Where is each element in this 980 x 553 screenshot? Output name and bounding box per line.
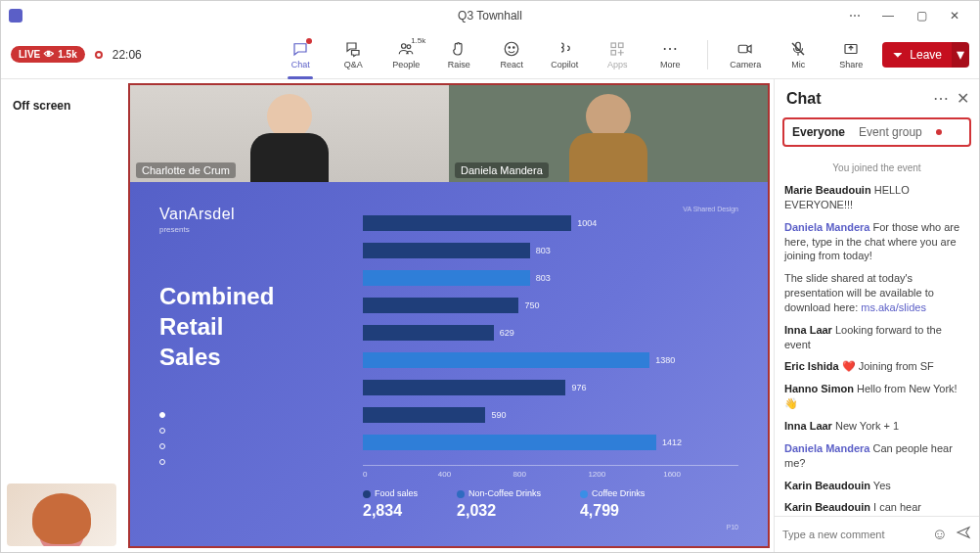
raise-tool[interactable]: Raise xyxy=(437,40,480,69)
maximize-button[interactable]: ▢ xyxy=(905,9,938,23)
chat-messages[interactable]: You joined the event Marie Beaudouin HEL… xyxy=(775,151,979,516)
close-window-button[interactable]: ✕ xyxy=(938,9,971,23)
slide-corner: VA Shared Design xyxy=(363,206,738,212)
tab-unread-dot xyxy=(936,129,942,135)
meeting-toolbar: LIVE 👁 1.5k 22:06 Chat Q&A 1.5k People R… xyxy=(1,30,979,79)
share-tool[interactable]: Share xyxy=(829,40,872,69)
apps-icon xyxy=(608,40,626,58)
slide-brand: VanArsdel xyxy=(159,206,335,223)
self-view[interactable] xyxy=(7,484,116,546)
raise-hand-icon xyxy=(450,40,468,58)
window-title: Q3 Townhall xyxy=(0,9,980,23)
chat-message: Daniela Mandera For those who are here, … xyxy=(784,220,969,264)
chat-title: Chat xyxy=(786,90,933,108)
hangup-icon: ⏷ xyxy=(892,48,904,62)
copilot-icon xyxy=(556,40,573,58)
titlebar: Q3 Townhall ⋯ — ▢ ✕ xyxy=(1,1,979,30)
chart-bars: 100480380375062913809765901412 xyxy=(363,212,738,459)
emoji-icon[interactable]: ☺ xyxy=(932,526,948,543)
more-tool[interactable]: ⋯ More xyxy=(648,40,691,69)
chat-message: Daniela Mandera Can people hear me? xyxy=(784,441,969,471)
chat-message: The slide shared at today's presentation… xyxy=(784,271,969,315)
svg-point-4 xyxy=(513,46,515,48)
chat-message: Inna Laar New York + 1 xyxy=(784,419,969,434)
slide-headline: Combined Retail Sales xyxy=(159,281,335,373)
chat-message: Hanno Simon Hello from New York! 👋 xyxy=(784,382,969,411)
apps-tool[interactable]: Apps xyxy=(596,40,639,69)
leave-caret[interactable]: ▾ xyxy=(952,42,969,68)
stage: Charlotte de Crum Daniela Mandera VanArs… xyxy=(128,83,770,548)
teams-icon xyxy=(9,9,22,23)
system-message: You joined the event xyxy=(784,162,969,173)
copilot-tool[interactable]: Copilot xyxy=(543,40,586,69)
tab-event-group[interactable]: Event group xyxy=(859,125,922,139)
record-icon xyxy=(95,51,103,59)
people-tool[interactable]: 1.5k People xyxy=(384,40,427,69)
svg-rect-5 xyxy=(611,43,616,48)
react-icon xyxy=(503,40,520,58)
tab-everyone[interactable]: Everyone xyxy=(792,125,845,139)
svg-point-0 xyxy=(402,43,407,48)
chat-message: Marie Beaudouin HELLO EVERYONE!!! xyxy=(784,183,969,212)
chat-more-icon[interactable]: ⋯ xyxy=(933,89,949,108)
live-badge: LIVE 👁 1.5k xyxy=(11,46,85,63)
eye-icon: 👁 xyxy=(44,49,54,60)
off-screen-label: Off screen xyxy=(13,99,116,113)
more-dots-window[interactable]: ⋯ xyxy=(838,9,871,23)
camera-icon xyxy=(736,40,754,58)
minimize-button[interactable]: — xyxy=(871,9,905,23)
chat-message: Karin Beaudouin I can hear xyxy=(784,500,969,515)
svg-rect-7 xyxy=(611,50,616,55)
svg-point-1 xyxy=(407,44,411,48)
more-icon: ⋯ xyxy=(662,40,678,58)
react-tool[interactable]: React xyxy=(490,40,533,69)
off-screen-panel: Off screen xyxy=(1,79,128,552)
elapsed-time: 22:06 xyxy=(112,48,142,62)
svg-rect-6 xyxy=(619,43,624,48)
share-icon xyxy=(842,40,860,58)
participant-name-2: Daniela Mandera xyxy=(455,162,549,178)
chat-compose: ☺ xyxy=(775,516,979,552)
chat-message: Inna Laar Looking forward to the event xyxy=(784,323,969,352)
leave-button[interactable]: ⏷ Leave xyxy=(882,42,952,68)
chat-unread-dot xyxy=(306,38,312,44)
qa-icon xyxy=(344,40,362,58)
participant-name-1: Charlotte de Crum xyxy=(136,162,236,178)
slide-footnote: P10 xyxy=(363,524,738,530)
video-tile-2[interactable]: Daniela Mandera xyxy=(449,85,768,182)
svg-rect-8 xyxy=(739,45,748,53)
chat-message: Eric Ishida ❤️ Joining from SF xyxy=(784,359,969,374)
mic-off-icon xyxy=(789,40,807,58)
chart-legend: Food sales2,834Non-Coffee Drinks2,032Cof… xyxy=(363,488,738,520)
chat-tool[interactable]: Chat xyxy=(279,40,322,69)
slide-sub: presents xyxy=(159,225,335,234)
chat-close-icon[interactable]: ✕ xyxy=(957,89,969,108)
chat-tabs: Everyone Event group xyxy=(782,117,971,147)
video-tile-1[interactable]: Charlotte de Crum xyxy=(130,85,449,182)
chart-ticks: 040080012001600 xyxy=(363,470,738,479)
send-icon[interactable] xyxy=(956,525,971,544)
svg-point-2 xyxy=(506,42,519,56)
chat-message: Karin Beaudouin Yes xyxy=(784,479,969,493)
mic-tool[interactable]: Mic xyxy=(777,40,820,69)
shared-slide: VanArsdel presents Combined Retail Sales… xyxy=(130,182,768,546)
leave-button-group: ⏷ Leave ▾ xyxy=(882,42,969,68)
qa-tool[interactable]: Q&A xyxy=(332,40,375,69)
slide-dots xyxy=(159,412,335,465)
camera-tool[interactable]: Camera xyxy=(724,40,767,69)
svg-point-3 xyxy=(509,46,511,48)
chat-panel: Chat ⋯ ✕ Everyone Event group You joined… xyxy=(774,79,979,552)
chat-input[interactable] xyxy=(782,529,924,540)
